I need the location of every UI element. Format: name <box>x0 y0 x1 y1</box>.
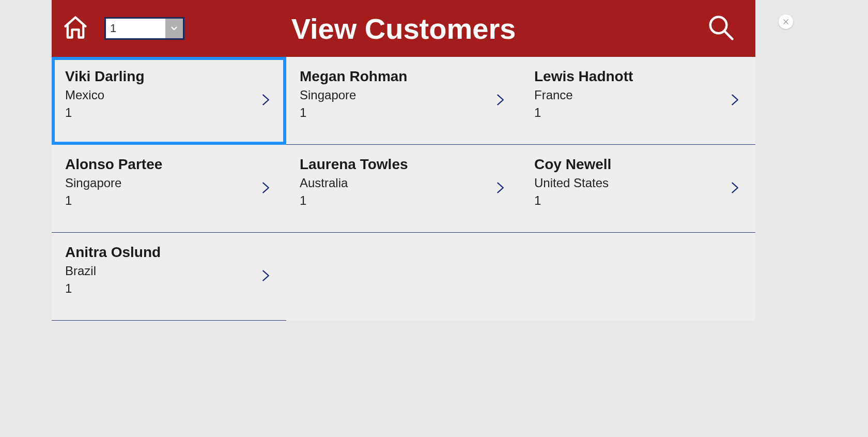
customer-number: 1 <box>65 281 276 296</box>
customer-number: 1 <box>534 106 745 120</box>
customer-country: Brazil <box>65 264 276 278</box>
customer-country: Australia <box>300 176 510 190</box>
customer-card[interactable]: Laurena TowlesAustralia1 <box>286 145 521 233</box>
chevron-right-icon <box>727 175 742 202</box>
customer-number: 1 <box>65 106 276 120</box>
search-icon <box>707 13 735 41</box>
customer-name: Viki Darling <box>65 68 276 85</box>
page-dropdown[interactable]: 1 <box>104 17 184 40</box>
customer-country: France <box>534 88 745 102</box>
search-button[interactable] <box>707 13 735 43</box>
customer-card[interactable]: Lewis HadnottFrance1 <box>521 57 755 145</box>
customer-card[interactable]: Coy NewellUnited States1 <box>521 145 755 233</box>
customer-card[interactable]: Alonso ParteeSingapore1 <box>52 145 286 233</box>
customer-country: Mexico <box>65 88 276 102</box>
customer-country: Singapore <box>65 176 276 190</box>
chevron-right-icon <box>258 263 273 290</box>
customer-card[interactable]: Anitra OslundBrazil1 <box>52 233 286 321</box>
dropdown-toggle[interactable] <box>165 19 183 38</box>
customer-country: United States <box>534 176 745 190</box>
customer-name: Alonso Partee <box>65 156 276 173</box>
customer-number: 1 <box>65 193 276 208</box>
header-bar: 1 View Customers <box>52 0 755 57</box>
customer-number: 1 <box>300 106 510 120</box>
customer-name: Lewis Hadnott <box>534 68 745 85</box>
chevron-right-icon <box>258 87 273 114</box>
customer-name: Megan Rohman <box>300 68 510 85</box>
chevron-right-icon <box>258 175 273 202</box>
chevron-down-icon <box>169 24 179 33</box>
customer-number: 1 <box>534 193 745 208</box>
customer-name: Laurena Towles <box>300 156 510 173</box>
customer-name: Coy Newell <box>534 156 745 173</box>
home-icon <box>62 14 89 41</box>
close-icon <box>782 18 789 25</box>
customer-name: Anitra Oslund <box>65 244 276 261</box>
chevron-right-icon <box>493 87 507 114</box>
chevron-right-icon <box>727 87 742 114</box>
customer-card[interactable]: Megan RohmanSingapore1 <box>286 57 521 145</box>
customer-grid: Viki DarlingMexico1Megan RohmanSingapore… <box>52 57 755 321</box>
svg-line-1 <box>724 31 733 39</box>
close-button[interactable] <box>779 14 793 29</box>
customer-number: 1 <box>300 193 510 208</box>
customer-card[interactable]: Viki DarlingMexico1 <box>52 57 286 145</box>
dropdown-value: 1 <box>106 19 165 38</box>
home-button[interactable] <box>62 14 89 43</box>
chevron-right-icon <box>493 175 507 202</box>
customer-country: Singapore <box>300 88 510 102</box>
app-container: 1 View Customers Viki DarlingMexico1Mega… <box>52 0 755 321</box>
